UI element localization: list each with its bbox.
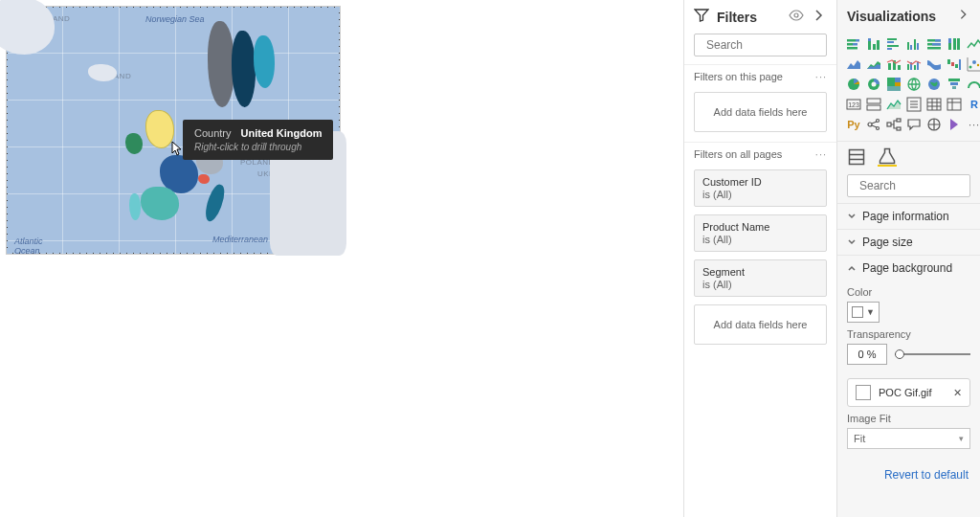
viz-pie-icon[interactable] <box>845 76 862 93</box>
tooltip-key: Country <box>194 127 232 139</box>
viz-python-icon[interactable]: Py <box>845 116 862 133</box>
filter-card-segment[interactable]: Segment is (All) <box>694 259 827 297</box>
filter-card-product-name[interactable]: Product Name is (All) <box>694 214 827 252</box>
map-visual[interactable]: GREENLAND (DEN) ICELAND Norwegian Sea At… <box>6 6 341 255</box>
accordion-page-information[interactable]: Page information <box>837 203 980 229</box>
chevron-right-icon[interactable] <box>812 8 827 26</box>
filters-title: Filters <box>717 10 757 25</box>
transparency-input[interactable]: 0 % <box>847 344 887 365</box>
viz-kpi-icon[interactable] <box>885 96 902 113</box>
format-tab[interactable] <box>878 147 897 167</box>
accordion-page-size[interactable]: Page size <box>837 229 980 255</box>
viz-treemap-icon[interactable] <box>885 76 902 93</box>
fields-tab[interactable] <box>847 147 866 167</box>
filters-page-section-menu[interactable]: ··· <box>815 71 827 82</box>
transparency-slider[interactable] <box>895 348 970 361</box>
svg-rect-4 <box>847 43 853 46</box>
viz-stacked-bar-icon[interactable] <box>845 35 862 53</box>
country-norway[interactable] <box>208 21 234 107</box>
filters-all-drop[interactable]: Add data fields here <box>694 304 827 345</box>
viz-multi-row-card-icon[interactable] <box>865 96 882 113</box>
viz-card-icon[interactable]: 123 <box>845 96 862 113</box>
filters-header: Filters <box>684 0 836 34</box>
viz-r-script-icon[interactable]: R <box>966 96 980 113</box>
viz-more-icon[interactable]: ··· <box>966 116 980 133</box>
svg-rect-18 <box>917 43 919 50</box>
remove-image-icon[interactable]: ✕ <box>953 387 962 399</box>
country-spain[interactable] <box>141 187 179 220</box>
svg-rect-68 <box>850 150 864 165</box>
image-fit-value: Fit <box>854 433 865 444</box>
country-portugal[interactable] <box>129 193 141 220</box>
accordion-page-background[interactable]: Page background <box>837 255 980 281</box>
viz-stacked-column-icon[interactable] <box>865 35 882 53</box>
viz-donut-icon[interactable] <box>865 76 882 93</box>
svg-rect-33 <box>914 65 916 70</box>
viz-arcgis-icon[interactable] <box>925 116 943 133</box>
revert-to-default[interactable]: Revert to default <box>837 457 980 482</box>
viz-100-stacked-bar-icon[interactable] <box>925 35 943 53</box>
background-image-chip[interactable]: POC Gif.gif ✕ <box>847 378 970 407</box>
viz-map-icon[interactable] <box>905 76 923 93</box>
viz-ribbon-icon[interactable] <box>925 56 943 73</box>
viz-search[interactable] <box>847 174 970 197</box>
viz-100-stacked-column-icon[interactable] <box>946 35 963 53</box>
viz-line-icon[interactable] <box>966 35 980 53</box>
country-finland[interactable] <box>254 35 275 88</box>
viz-funnel-icon[interactable] <box>946 76 963 93</box>
viz-line-column-icon[interactable] <box>885 56 902 73</box>
filters-search-input[interactable] <box>706 38 850 52</box>
viz-scatter-icon[interactable] <box>966 56 980 73</box>
svg-rect-25 <box>948 38 951 43</box>
filter-card-customer-id[interactable]: Customer ID is (All) <box>694 169 827 207</box>
image-fit-label: Image Fit <box>847 413 970 424</box>
eye-icon[interactable] <box>789 8 804 26</box>
viz-key-influencers-icon[interactable] <box>865 116 882 133</box>
svg-point-39 <box>969 66 972 69</box>
viz-powerapps-icon[interactable] <box>946 116 963 133</box>
viz-clustered-bar-icon[interactable] <box>885 35 902 53</box>
svg-text:123: 123 <box>848 101 859 108</box>
color-swatch-icon <box>852 306 863 318</box>
svg-rect-47 <box>895 82 901 86</box>
viz-filled-map-icon[interactable] <box>925 76 943 93</box>
slider-thumb[interactable] <box>895 349 904 359</box>
viz-decomposition-tree-icon[interactable] <box>885 116 902 133</box>
filters-all-section-menu[interactable]: ··· <box>815 148 827 160</box>
cursor-icon <box>171 141 183 156</box>
svg-rect-2 <box>847 39 856 42</box>
report-canvas[interactable]: GREENLAND (DEN) ICELAND Norwegian Sea At… <box>0 0 683 517</box>
svg-rect-37 <box>955 64 958 68</box>
viz-line-clustered-column-icon[interactable] <box>905 56 923 73</box>
filters-search[interactable] <box>694 34 827 56</box>
image-fit-select[interactable]: Fit ▾ <box>847 428 970 449</box>
country-uk[interactable] <box>145 110 174 148</box>
svg-rect-5 <box>853 43 858 46</box>
viz-clustered-column-icon[interactable] <box>905 35 923 53</box>
country-switzerland[interactable] <box>198 174 210 184</box>
viz-search-input[interactable] <box>859 179 980 192</box>
viz-waterfall-icon[interactable] <box>946 56 963 73</box>
chevron-right-icon[interactable] <box>957 8 970 24</box>
svg-rect-8 <box>868 38 871 41</box>
viz-matrix-icon[interactable] <box>946 96 963 113</box>
viz-stacked-area-icon[interactable] <box>865 56 882 73</box>
viz-gauge-icon[interactable] <box>966 76 980 93</box>
viz-area-icon[interactable] <box>845 56 862 73</box>
svg-rect-64 <box>887 123 891 126</box>
tooltip-hint: Right-click to drill through <box>194 142 322 152</box>
viz-table-icon[interactable] <box>925 96 943 113</box>
color-picker[interactable]: ▼ <box>847 302 880 323</box>
filters-page-drop[interactable]: Add data fields here <box>694 92 827 132</box>
visualizations-pane: Visualizations 123 R <box>836 0 980 517</box>
viz-slicer-icon[interactable] <box>905 96 923 113</box>
filter-card-value: is (All) <box>702 189 818 200</box>
chevron-down-icon <box>847 237 857 247</box>
country-ireland[interactable] <box>125 133 143 154</box>
svg-rect-16 <box>910 45 912 50</box>
country-sweden[interactable] <box>232 31 256 107</box>
svg-rect-27 <box>957 38 960 50</box>
filter-card-name: Customer ID <box>702 176 818 188</box>
viz-qa-icon[interactable] <box>905 116 923 133</box>
page-background-body: Color ▼ Transparency 0 % POC Gif.gif ✕ I… <box>837 281 980 457</box>
